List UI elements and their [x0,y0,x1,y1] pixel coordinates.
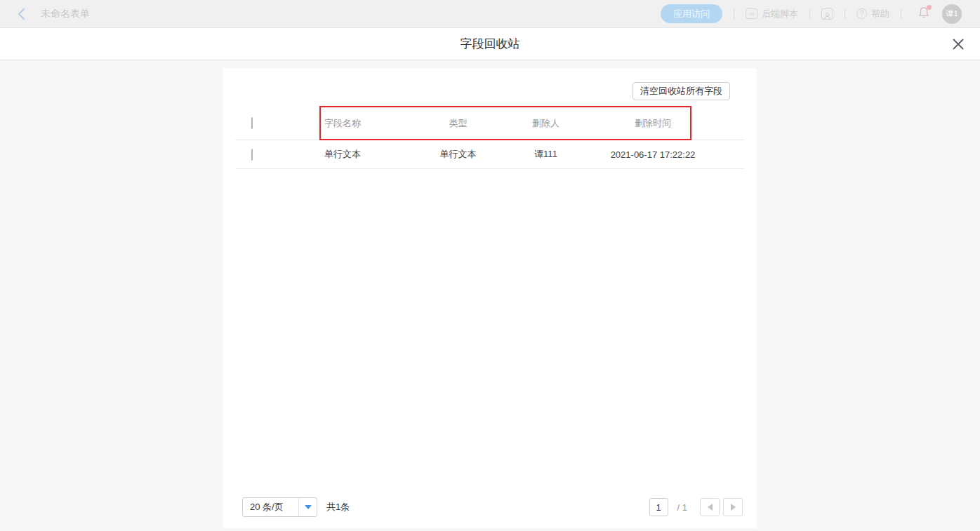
avatar[interactable]: 谭1 [942,4,962,24]
topbar-divider [809,9,810,19]
code-icon: </> [746,8,757,19]
chevron-down-icon [305,505,312,509]
next-page-button[interactable] [723,498,743,516]
select-all-checkbox[interactable] [251,117,253,129]
table-header-row: 字段名称 类型 删除人 删除时间 [235,107,744,140]
backend-script-label: 后端脚本 [762,8,798,20]
recycle-bin-panel: 清空回收站所有字段 字段名称 类型 删除人 删除时间 单行文本 单行文本 谭11… [223,68,757,528]
page-size-value: 20 条/页 [243,501,298,513]
header-field-name: 字段名称 [324,117,411,130]
page-number-input[interactable] [649,498,668,516]
row-checkbox[interactable] [251,149,253,161]
topbar-divider [901,9,901,19]
modal-title: 字段回收站 [461,36,520,52]
contacts-icon [821,8,833,20]
contacts-button[interactable] [821,8,833,20]
question-icon: ? [856,8,867,19]
header-deleted-by: 删除人 [505,117,586,130]
header-deleted-at: 删除时间 [586,117,720,130]
table-row: 单行文本 单行文本 谭111 2021-06-17 17:22:22 [235,140,744,169]
cell-deleted-at: 2021-06-17 17:22:22 [586,149,720,160]
topbar-divider [845,9,845,19]
notification-badge [927,5,932,10]
app-access-button[interactable]: 应用访问 [661,4,722,23]
cell-type: 单行文本 [411,148,505,161]
header-type: 类型 [411,117,505,130]
close-icon[interactable] [951,36,966,52]
help-button[interactable]: ? 帮助 [856,8,889,20]
help-label: 帮助 [871,8,889,20]
pagination-bar: 20 条/页 共1条 / 1 [223,497,757,517]
total-count-label: 共1条 [326,501,350,513]
cell-field-name: 单行文本 [324,148,411,161]
page-total-label: / 1 [677,502,687,513]
modal-header: 字段回收站 [0,28,980,60]
clear-recycle-bin-button[interactable]: 清空回收站所有字段 [633,82,730,100]
caret-zone [298,498,317,516]
cell-deleted-by: 谭111 [505,148,586,161]
notification-bell-icon[interactable] [918,6,929,22]
topbar: 未命名表单 应用访问 </> 后端脚本 ? 帮助 谭1 [0,0,980,28]
page-size-select[interactable]: 20 条/页 [242,497,317,517]
deleted-fields-table: 字段名称 类型 删除人 删除时间 单行文本 单行文本 谭111 2021-06-… [235,107,744,169]
triangle-left-icon [708,504,713,511]
back-icon[interactable] [15,8,28,20]
form-title: 未命名表单 [41,8,90,20]
prev-page-button[interactable] [700,498,720,516]
triangle-right-icon [731,504,736,511]
topbar-divider [734,9,734,19]
backend-script-button[interactable]: </> 后端脚本 [746,8,798,20]
